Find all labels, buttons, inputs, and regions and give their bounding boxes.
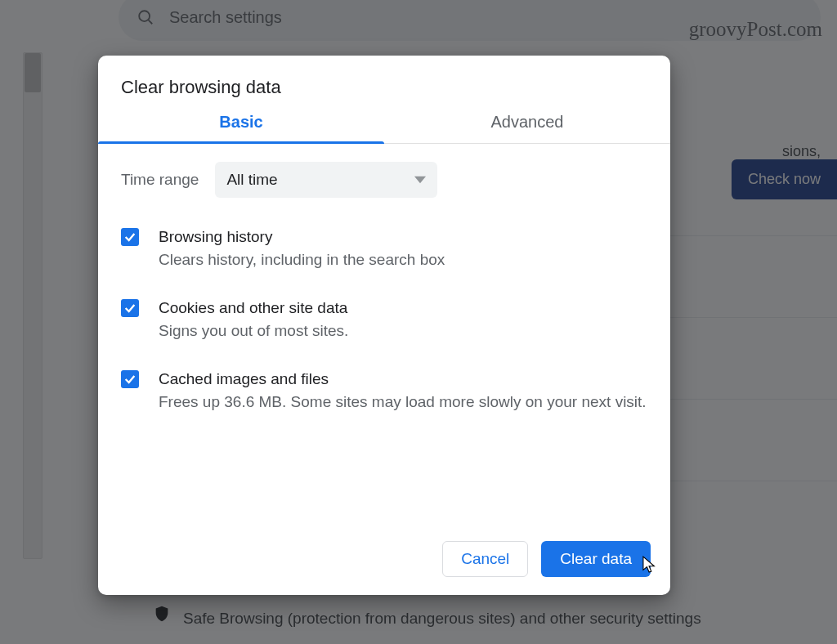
option-title: Browsing history [159, 226, 445, 248]
tab-row: Basic Advanced [98, 113, 670, 144]
checkbox-cache[interactable] [121, 370, 139, 388]
check-icon [123, 373, 137, 386]
option-desc: Clears history, including in the search … [159, 248, 445, 271]
option-desc: Frees up 36.6 MB. Some sites may load mo… [159, 391, 647, 414]
checkbox-browsing-history[interactable] [121, 228, 139, 246]
tab-basic[interactable]: Basic [98, 113, 384, 143]
option-title: Cached images and files [159, 368, 647, 391]
checkbox-cookies[interactable] [121, 299, 139, 317]
time-range-label: Time range [121, 171, 199, 189]
option-cookies: Cookies and other site data Signs you ou… [98, 287, 670, 358]
time-range-select[interactable]: All time [215, 162, 437, 198]
option-title: Cookies and other site data [159, 297, 348, 320]
clear-data-button[interactable]: Clear data [541, 541, 651, 577]
check-icon [123, 302, 137, 315]
option-desc: Signs you out of most sites. [159, 320, 348, 342]
cancel-button[interactable]: Cancel [442, 541, 528, 577]
option-cache: Cached images and files Frees up 36.6 MB… [98, 358, 670, 429]
dialog-title: Clear browsing data [98, 56, 670, 113]
option-browsing-history: Browsing history Clears history, includi… [98, 216, 670, 287]
tab-advanced[interactable]: Advanced [384, 113, 670, 143]
check-icon [123, 230, 137, 244]
time-range-value: All time [226, 171, 277, 189]
chevron-down-icon [414, 174, 426, 186]
clear-browsing-data-dialog: Clear browsing data Basic Advanced Time … [98, 56, 670, 595]
